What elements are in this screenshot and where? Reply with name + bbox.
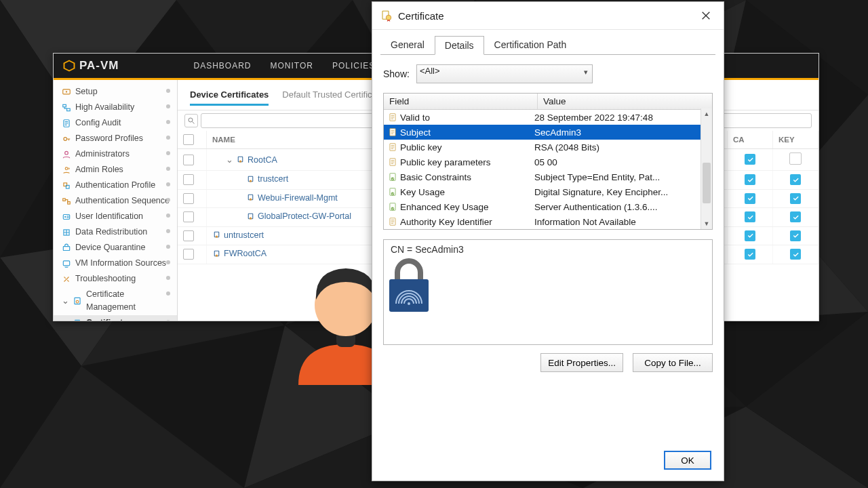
- dialog-titlebar: Certificate: [372, 2, 724, 30]
- sidebar-item-administrators[interactable]: Administrators: [54, 146, 177, 162]
- status-dot-icon: [166, 120, 170, 124]
- row-checkbox[interactable]: [183, 249, 194, 260]
- uid-icon: [62, 212, 71, 222]
- grid-header-field[interactable]: Field: [384, 94, 538, 109]
- tab-dashboard[interactable]: DASHBOARD: [194, 61, 252, 70]
- search-icon[interactable]: [184, 114, 198, 127]
- check-icon: [745, 154, 755, 165]
- show-dropdown[interactable]: <All> ▾: [416, 64, 593, 83]
- edit-properties-button[interactable]: Edit Properties...: [540, 353, 623, 372]
- svg-point-63: [216, 254, 218, 256]
- svg-line-51: [193, 122, 195, 124]
- sidebar-item-certificates[interactable]: Certificates: [54, 315, 177, 321]
- tab-certpath[interactable]: Certification Path: [484, 35, 577, 54]
- svg-point-34: [65, 151, 68, 155]
- check-icon: [745, 230, 755, 241]
- field-icon: [388, 202, 397, 211]
- chevron-down-icon[interactable]: ⌄: [226, 155, 233, 165]
- grid-row[interactable]: Public keyRSA (2048 Bits): [384, 140, 712, 155]
- row-checkbox[interactable]: [183, 174, 194, 185]
- field-value: Information Not Available: [530, 217, 712, 227]
- svg-point-41: [64, 216, 66, 217]
- svg-point-29: [66, 91, 67, 92]
- pwd-icon: [62, 134, 71, 144]
- cert-name[interactable]: ⌄ RootCA: [226, 155, 277, 165]
- sidebar-item-certificate-management[interactable]: ⌄Certificate Management: [54, 287, 177, 315]
- tab-monitor[interactable]: MONITOR: [271, 61, 313, 70]
- dredis-icon: [62, 228, 71, 237]
- cert-name[interactable]: Webui-Firewall-Mgmt: [246, 193, 338, 203]
- tab-policies[interactable]: POLICIES: [332, 61, 375, 70]
- sidebar-item-password-profiles[interactable]: Password Profiles: [54, 131, 177, 146]
- row-checkbox[interactable]: [183, 155, 194, 165]
- field-name: Public key: [400, 142, 442, 152]
- field-name: Enhanced Key Usage: [400, 202, 489, 212]
- grid-scrollbar[interactable]: ▲ ▼: [701, 108, 712, 229]
- detail-value-box: CN = SecAdmin3: [383, 239, 713, 345]
- row-checkbox[interactable]: [183, 230, 194, 241]
- check-empty-icon: [789, 152, 802, 165]
- row-checkbox[interactable]: [183, 211, 194, 222]
- row-checkbox[interactable]: [183, 193, 194, 204]
- scroll-down-icon[interactable]: ▼: [701, 218, 712, 229]
- cert-name[interactable]: GlobalProtect-GW-Portal: [246, 211, 351, 221]
- subtab-device-certs[interactable]: Device Certificates: [190, 89, 269, 106]
- cert-name[interactable]: FWRootCA: [212, 249, 267, 258]
- chevron-down-icon: ▾: [584, 68, 588, 77]
- close-icon[interactable]: [696, 6, 715, 25]
- sidebar-item-label: Device Quarantine: [75, 241, 146, 254]
- svg-rect-30: [63, 104, 66, 107]
- svg-point-67: [386, 15, 391, 20]
- dialog-footer: OK: [664, 451, 711, 470]
- sidebar-item-high-availability[interactable]: High Availability: [54, 100, 177, 115]
- tab-general[interactable]: General: [380, 35, 435, 54]
- status-dot-icon: [166, 89, 170, 93]
- dialog-body: Show: <All> ▾ Field Value Valid to28 Sep…: [372, 55, 724, 379]
- subtab-default-trusted[interactable]: Default Trusted Certific: [282, 89, 372, 106]
- sidebar-item-user-identification[interactable]: User Identification: [54, 209, 177, 224]
- admins-icon: [62, 150, 71, 159]
- status-dot-icon: [166, 245, 170, 249]
- scroll-thumb[interactable]: [703, 163, 711, 203]
- grid-row[interactable]: Public key parameters05 00: [384, 155, 712, 169]
- cert-name[interactable]: untrustcert: [212, 230, 264, 240]
- grid-header-value[interactable]: Value: [538, 94, 712, 109]
- grid-row[interactable]: Key UsageDigital Signature, Key Encipher…: [384, 184, 712, 199]
- scroll-up-icon[interactable]: ▲: [701, 108, 712, 119]
- check-icon: [745, 211, 755, 222]
- copy-to-file-button[interactable]: Copy to File...: [633, 353, 713, 372]
- sidebar-item-authentication-profile[interactable]: Authentication Profile: [54, 178, 177, 193]
- sidebar-item-troubleshooting[interactable]: Troubleshooting: [54, 271, 177, 287]
- field-icon: [388, 127, 397, 137]
- sidebar-item-vm-information-sources[interactable]: VM Information Sources: [54, 256, 177, 271]
- field-value: 28 September 2022 19:47:48: [530, 113, 712, 123]
- sidebar-item-label: Authentication Profile: [75, 179, 155, 192]
- cert-name[interactable]: trustcert: [246, 174, 288, 184]
- grid-row[interactable]: SubjectSecAdmin3: [384, 125, 712, 140]
- sidebar-item-data-redistribution[interactable]: Data Redistribution: [54, 224, 177, 240]
- check-icon: [790, 193, 801, 204]
- grid-row[interactable]: Valid to28 September 2022 19:47:48: [384, 110, 712, 125]
- ok-button[interactable]: OK: [664, 451, 711, 470]
- grid-header: Field Value: [384, 94, 712, 110]
- check-icon: [790, 211, 801, 222]
- svg-point-33: [64, 137, 67, 140]
- sidebar-item-authentication-sequence[interactable]: Authentication Sequence: [54, 193, 177, 209]
- grid-row[interactable]: Enhanced Key UsageServer Authentication …: [384, 199, 712, 214]
- status-dot-icon: [166, 229, 170, 233]
- grid-row[interactable]: Authority Key IdentifierInformation Not …: [384, 214, 712, 229]
- tab-details[interactable]: Details: [435, 36, 484, 55]
- grid-row[interactable]: Basic ConstraintsSubject Type=End Entity…: [384, 169, 712, 184]
- sidebar-item-label: Admin Roles: [75, 163, 123, 176]
- col-key[interactable]: KEY: [773, 131, 818, 149]
- header-checkbox[interactable]: [183, 134, 194, 145]
- sidebar-item-config-audit[interactable]: Config Audit: [54, 115, 177, 131]
- svg-point-61: [216, 236, 218, 238]
- sidebar-item-admin-roles[interactable]: Admin Roles: [54, 162, 177, 178]
- check-icon: [790, 174, 801, 185]
- sidebar-item-device-quarantine[interactable]: Device Quarantine: [54, 240, 177, 256]
- svg-rect-31: [67, 108, 71, 111]
- sidebar-item-setup[interactable]: Setup: [54, 84, 177, 100]
- col-ca[interactable]: CA: [728, 131, 773, 149]
- sidebar-item-label: User Identification: [75, 210, 143, 223]
